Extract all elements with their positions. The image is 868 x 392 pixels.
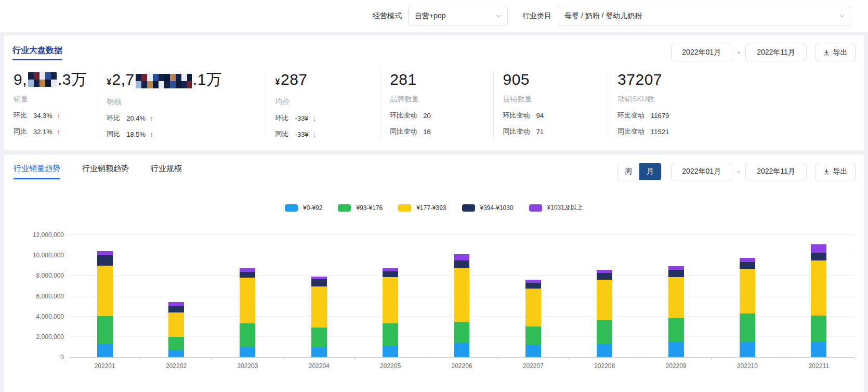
chevron-down-icon	[495, 12, 502, 20]
overview-title[interactable]: 行业大盘数据	[12, 45, 62, 60]
kpi-value-text: 287	[281, 71, 308, 88]
overview-date-to[interactable]: 2022年11月	[745, 44, 807, 61]
bar-column	[640, 235, 712, 357]
bar-column	[69, 235, 140, 357]
legend-swatch	[462, 204, 475, 212]
x-axis-label: 202201	[69, 362, 140, 370]
stacked-bar[interactable]	[311, 277, 327, 357]
bar-columns	[69, 235, 854, 357]
legend-item[interactable]: ¥1031及以上	[529, 203, 583, 212]
legend-item[interactable]: ¥0-¥92	[285, 203, 322, 212]
x-axis-tick	[140, 357, 140, 360]
metric-value: 20.4%	[126, 114, 146, 122]
kpi-metric-row: 同比变动16	[390, 127, 488, 136]
x-axis-label: 202204	[283, 362, 354, 370]
trend-up-icon: ↑	[150, 114, 154, 123]
bar-segment	[311, 347, 327, 357]
legend-item[interactable]: ¥177-¥393	[398, 203, 446, 212]
legend-item[interactable]: ¥394-¥1030	[462, 203, 514, 212]
trend-tabs: 行业销量趋势行业销额趋势行业规模	[12, 164, 182, 179]
kpi-metric-row: 同比18.5%↑	[107, 129, 260, 139]
stacked-bar[interactable]	[383, 268, 398, 357]
kpi-card: 281品牌数量环比变动20同比变动16	[380, 70, 493, 139]
kpi-metric-row: 环比变动20	[390, 111, 488, 120]
trend-up-icon: ↑	[150, 130, 154, 139]
kpi-value-suffix: .1万	[193, 71, 222, 88]
stacked-bar[interactable]	[740, 258, 755, 357]
trend-export-button[interactable]: 导出	[815, 163, 856, 180]
category-select[interactable]: 母婴 / 奶粉 / 婴幼儿奶粉	[558, 7, 851, 25]
kpi-value-suffix: .3万	[58, 71, 87, 88]
bar-segment	[811, 244, 826, 253]
stacked-bar[interactable]	[97, 251, 113, 357]
overview-export-button[interactable]: 导出	[815, 44, 856, 61]
kpi-label: 销额	[107, 97, 260, 107]
bar-column	[283, 235, 354, 357]
bar-segment	[97, 344, 113, 357]
bar-segment	[168, 306, 184, 312]
x-axis-tick	[212, 357, 212, 360]
kpi-value-text: 9,	[14, 71, 27, 88]
date-separator: -	[737, 48, 741, 57]
x-axis-tick	[426, 357, 426, 360]
bar-column	[497, 235, 569, 357]
kpi-card: 9,.3万销量环比34.3%↑同比32.1%↑	[12, 70, 97, 139]
x-axis-label: 202203	[212, 362, 283, 370]
currency-symbol: ¥	[107, 73, 111, 91]
bar-segment	[168, 337, 184, 350]
filter-bar: 经营模式 自营+pop 行业类目 母婴 / 奶粉 / 婴幼儿奶粉	[0, 0, 868, 32]
x-axis-tick	[783, 357, 783, 360]
stacked-bar[interactable]	[168, 302, 184, 357]
masked-value-mosaic	[136, 74, 192, 88]
metric-value: -33¥	[295, 114, 309, 122]
kpi-card: 37207动销SKU数环比变动11679同比变动11521	[608, 70, 856, 139]
trend-date-from[interactable]: 2022年01月	[671, 163, 732, 180]
bar-segment	[311, 286, 327, 328]
legend-swatch	[529, 204, 542, 212]
bar-segment	[740, 313, 755, 342]
metric-key: 同比	[275, 129, 289, 139]
period-toggle-item[interactable]: 周	[617, 163, 639, 180]
bar-column	[212, 235, 283, 357]
bar-segment	[811, 342, 826, 357]
kpi-metric-row: 环比变动94	[503, 111, 603, 120]
x-axis-tick	[497, 357, 497, 360]
trend-date-to[interactable]: 2022年11月	[745, 163, 807, 180]
bar-segment	[240, 323, 255, 347]
kpi-value-text: 2,7	[112, 71, 135, 88]
overview-date-from[interactable]: 2022年01月	[671, 44, 732, 61]
legend-item[interactable]: ¥93-¥176	[338, 203, 383, 212]
metric-key: 环比变动	[617, 111, 645, 120]
kpi-card: ¥287均价环比-33¥↓同比-33¥↓	[266, 70, 380, 139]
stacked-bar[interactable]	[668, 266, 684, 357]
y-axis-tick-label: 8,000,000	[36, 272, 64, 279]
bar-segment	[668, 266, 684, 270]
bar-segment	[311, 328, 327, 347]
kpi-metric-row: 同比-33¥↓	[275, 129, 375, 139]
tab-1[interactable]: 行业销量趋势	[14, 164, 60, 179]
tab-2[interactable]: 行业销额趋势	[82, 164, 129, 179]
stacked-bar[interactable]	[811, 244, 826, 357]
bar-segment	[525, 345, 541, 357]
kpi-label: 品牌数量	[390, 95, 488, 104]
mode-select[interactable]: 自营+pop	[408, 7, 508, 25]
metric-key: 环比	[14, 111, 27, 120]
stacked-bar[interactable]	[454, 254, 469, 357]
metric-key: 环比	[107, 113, 120, 123]
legend-swatch	[398, 204, 411, 212]
bar-segment	[240, 347, 255, 357]
kpi-metric-row: 同比变动11521	[617, 127, 850, 136]
bar-segment	[383, 323, 398, 346]
legend-swatch	[285, 204, 298, 212]
y-axis-tick-label: 10,000,000	[33, 252, 64, 259]
stacked-bar[interactable]	[597, 270, 612, 357]
x-axis-label: 202206	[426, 362, 497, 370]
stacked-bar[interactable]	[525, 280, 541, 357]
tab-3[interactable]: 行业规模	[151, 164, 182, 179]
bar-segment	[168, 312, 184, 337]
stacked-bar[interactable]	[240, 268, 255, 357]
bar-segment	[597, 273, 612, 279]
kpi-metric-row: 同比变动71	[503, 127, 603, 136]
kpi-value: 37207	[617, 71, 850, 88]
period-toggle-item[interactable]: 月	[639, 163, 661, 180]
